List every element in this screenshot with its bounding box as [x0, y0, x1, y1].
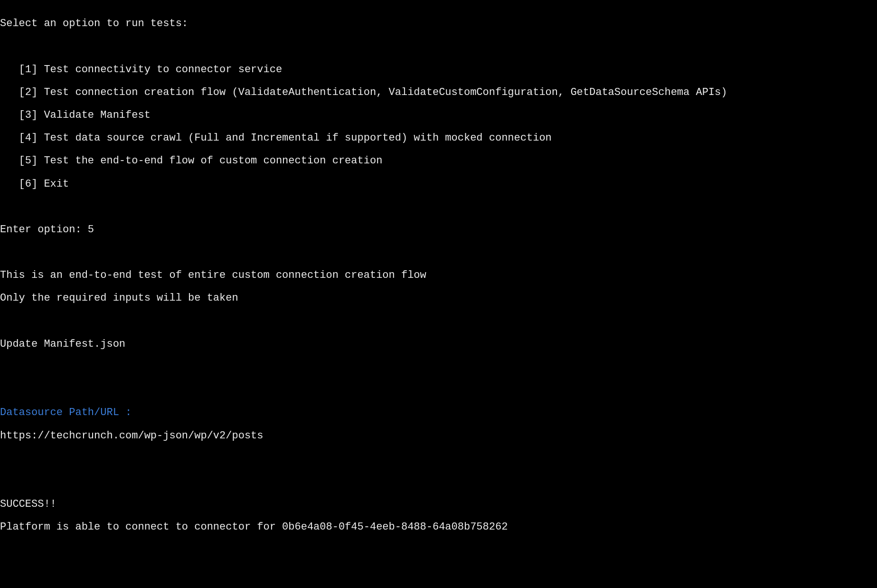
blank-line — [0, 201, 877, 213]
menu-option-5: [5] Test the end-to-end flow of custom c… — [0, 155, 877, 167]
menu-option-1: [1] Test connectivity to connector servi… — [0, 64, 877, 76]
blank-line — [0, 476, 877, 487]
menu-option-3: [3] Validate Manifest — [0, 110, 877, 121]
enter-option-label: Enter option: — [0, 224, 88, 236]
success-line-1: SUCCESS!! — [0, 499, 877, 510]
blank-line — [0, 384, 877, 396]
blank-line — [0, 453, 877, 465]
update-manifest-line: Update Manifest.json — [0, 339, 877, 350]
datasource-label: Datasource Path/URL : — [0, 407, 877, 418]
datasource-value: https://techcrunch.com/wp-json/wp/v2/pos… — [0, 430, 877, 442]
blank-line — [0, 247, 877, 258]
blank-line — [0, 316, 877, 327]
enter-option-value: 5 — [88, 224, 94, 236]
menu-option-4: [4] Test data source crawl (Full and Inc… — [0, 133, 877, 144]
terminal-output[interactable]: Select an option to run tests: [1] Test … — [0, 0, 877, 588]
menu-header: Select an option to run tests: — [0, 18, 877, 29]
menu-option-6: [6] Exit — [0, 179, 877, 190]
blank-line — [0, 41, 877, 52]
enter-option-line: Enter option: 5 — [0, 224, 877, 236]
blank-line — [0, 361, 877, 373]
blank-line — [0, 568, 877, 579]
description-line-1: This is an end-to-end test of entire cus… — [0, 270, 877, 281]
menu-option-2: [2] Test connection creation flow (Valid… — [0, 87, 877, 98]
success-line-2: Platform is able to connect to connector… — [0, 522, 877, 533]
description-line-2: Only the required inputs will be taken — [0, 293, 877, 304]
blank-line — [0, 545, 877, 556]
